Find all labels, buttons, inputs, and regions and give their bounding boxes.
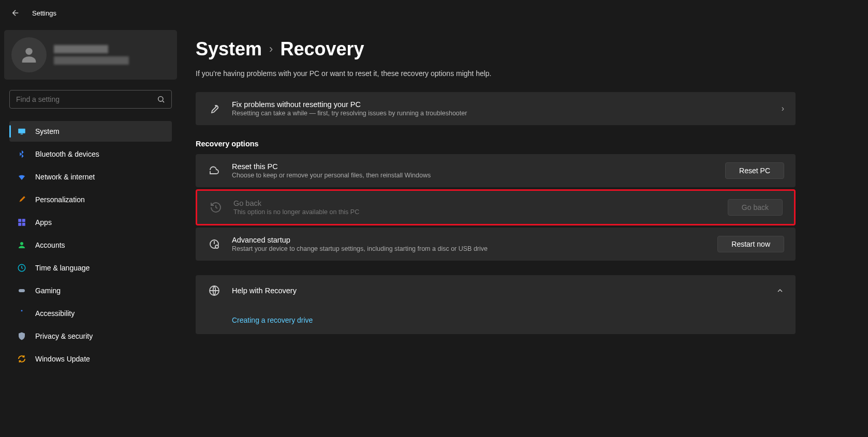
search-box[interactable] <box>9 90 172 109</box>
apps-icon <box>17 217 27 228</box>
profile-name-blurred <box>54 45 108 53</box>
brush-icon <box>17 194 27 205</box>
sidebar-item-system[interactable]: System <box>9 121 172 142</box>
card-title: Reset this PC <box>232 162 715 171</box>
search-input[interactable] <box>16 95 157 103</box>
help-recovery-card[interactable]: Help with Recovery <box>196 275 796 306</box>
sidebar-item-label: System <box>35 127 60 135</box>
recovery-drive-link[interactable]: Creating a recovery drive <box>232 316 313 324</box>
breadcrumb-parent[interactable]: System <box>196 38 262 60</box>
back-button[interactable] <box>7 5 24 21</box>
power-gear-icon <box>207 237 222 251</box>
svg-point-8 <box>20 242 23 245</box>
chevron-right-icon: › <box>269 42 273 56</box>
sidebar-item-time[interactable]: Time & language <box>9 258 172 278</box>
svg-point-1 <box>158 97 163 101</box>
sidebar-item-bluetooth[interactable]: Bluetooth & devices <box>9 144 172 164</box>
history-icon <box>209 200 223 215</box>
section-header: Recovery options <box>196 140 796 148</box>
sidebar-item-label: Apps <box>35 218 52 227</box>
sidebar-item-label: Accounts <box>35 241 65 249</box>
card-title: Help with Recovery <box>232 287 766 295</box>
sidebar-item-accounts[interactable]: Accounts <box>9 235 172 255</box>
reset-pc-card: Reset this PC Choose to keep or remove y… <box>196 154 796 187</box>
card-title: Advanced startup <box>232 236 707 244</box>
sidebar-item-personalization[interactable]: Personalization <box>9 189 172 210</box>
card-title: Go back <box>233 199 717 207</box>
card-subtitle: Restart your device to change startup se… <box>232 245 707 252</box>
svg-rect-6 <box>18 223 21 226</box>
advanced-startup-card: Advanced startup Restart your device to … <box>196 228 796 261</box>
profile-email-blurred <box>54 56 129 65</box>
profile-card[interactable] <box>4 30 177 80</box>
nav-list: System Bluetooth & devices Network & int… <box>4 121 177 369</box>
troubleshoot-card[interactable]: Fix problems without resetting your PC R… <box>196 92 796 125</box>
sidebar-item-label: Time & language <box>35 264 90 272</box>
go-back-button: Go back <box>728 199 783 216</box>
person-icon <box>17 240 27 250</box>
sidebar: System Bluetooth & devices Network & int… <box>0 26 181 437</box>
svg-rect-7 <box>22 223 25 226</box>
card-subtitle: Resetting can take a while — first, try … <box>232 110 771 117</box>
gamepad-icon <box>17 285 27 296</box>
sidebar-item-apps[interactable]: Apps <box>9 212 172 233</box>
sidebar-item-accessibility[interactable]: Accessibility <box>9 303 172 324</box>
sidebar-item-label: Windows Update <box>35 355 90 363</box>
avatar <box>11 37 47 72</box>
sidebar-item-gaming[interactable]: Gaming <box>9 280 172 301</box>
reset-icon <box>207 163 222 178</box>
sidebar-item-privacy[interactable]: Privacy & security <box>9 326 172 346</box>
profile-text <box>54 45 129 65</box>
sidebar-item-network[interactable]: Network & internet <box>9 167 172 187</box>
sidebar-item-label: Network & internet <box>35 173 95 181</box>
app-title: Settings <box>32 9 56 17</box>
chevron-up-icon <box>776 287 784 295</box>
reset-pc-button[interactable]: Reset PC <box>725 162 784 179</box>
bluetooth-icon <box>17 149 27 159</box>
arrow-left-icon <box>11 8 20 18</box>
sidebar-item-label: Accessibility <box>35 309 75 318</box>
sidebar-item-label: Bluetooth & devices <box>35 150 99 158</box>
svg-rect-4 <box>18 219 21 222</box>
sidebar-item-update[interactable]: Windows Update <box>9 349 172 369</box>
monitor-icon <box>17 126 27 137</box>
wrench-icon <box>207 101 222 116</box>
breadcrumb-current: Recovery <box>280 38 364 60</box>
sidebar-item-label: Privacy & security <box>35 332 93 340</box>
globe-icon <box>207 283 222 298</box>
shield-icon <box>17 331 27 341</box>
svg-point-11 <box>21 310 23 311</box>
accessibility-icon <box>17 308 27 319</box>
svg-rect-3 <box>21 134 23 135</box>
svg-point-13 <box>215 245 218 248</box>
sidebar-item-label: Personalization <box>35 195 85 204</box>
card-title: Fix problems without resetting your PC <box>232 100 771 109</box>
chevron-right-icon: › <box>782 104 784 113</box>
update-icon <box>17 354 27 364</box>
svg-rect-2 <box>18 129 25 133</box>
svg-point-0 <box>25 48 32 55</box>
go-back-card: Go back This option is no longer availab… <box>196 189 796 225</box>
breadcrumb: System › Recovery <box>196 38 796 60</box>
search-icon <box>157 95 165 103</box>
sidebar-item-label: Gaming <box>35 287 61 295</box>
page-description: If you're having problems with your PC o… <box>196 69 796 78</box>
clock-icon <box>17 263 27 273</box>
wifi-icon <box>17 172 27 182</box>
card-subtitle: Choose to keep or remove your personal f… <box>232 172 715 179</box>
svg-rect-10 <box>19 289 25 292</box>
help-link-row: Creating a recovery drive <box>196 306 796 334</box>
card-subtitle: This option is no longer available on th… <box>233 208 717 216</box>
svg-rect-5 <box>22 219 25 222</box>
person-icon <box>19 44 39 65</box>
restart-now-button[interactable]: Restart now <box>717 236 784 252</box>
content-area: System › Recovery If you're having probl… <box>181 26 868 437</box>
